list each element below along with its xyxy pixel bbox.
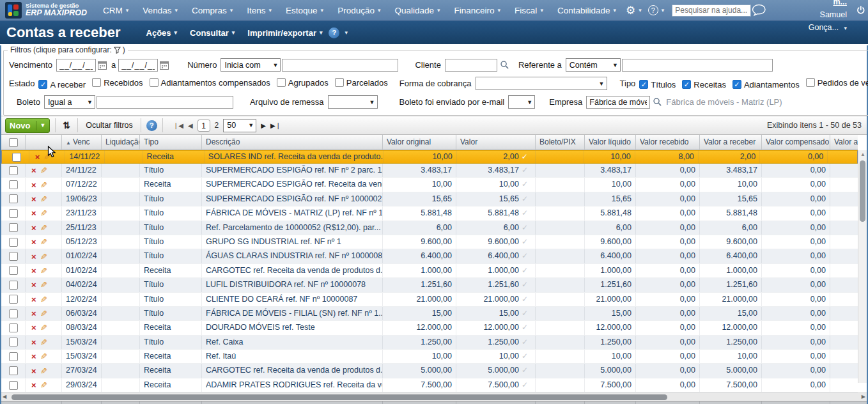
col-header-boleto-pix[interactable]: Boleto/PIX [536, 135, 585, 150]
edit-pencil-icon[interactable]: ✎ [40, 224, 47, 232]
table-row[interactable]: ×✎ 01/02/24 Receita CARGOTEC ref. Receit… [1, 264, 858, 278]
menu-compras[interactable]: Compras▾ [185, 0, 240, 21]
col-header-valor-recebido[interactable]: Valor recebido [636, 135, 700, 150]
checkbox-unchecked[interactable] [92, 78, 101, 87]
delete-icon[interactable]: × [31, 352, 36, 361]
col-header-descricao[interactable]: Descrição [202, 135, 383, 150]
estado-option[interactable]: ✓A receber [38, 80, 86, 89]
row-checkbox[interactable] [9, 166, 18, 175]
col-header-valor-compensado[interactable]: Valor compensado [762, 135, 830, 150]
table-row[interactable]: ×✎ 25/11/23 Título Ref. Parcelamento de … [1, 221, 858, 235]
scroll-left-arrow-icon[interactable]: ◀ [3, 394, 6, 400]
table-row[interactable]: ×✎ 04/02/24 Título LUFIL DISTRIBUIDORA r… [1, 278, 858, 292]
referente-operator-select[interactable]: Contém▼ [566, 58, 621, 72]
edit-pencil-icon[interactable]: ✎ [40, 181, 47, 189]
table-row[interactable]: ×✎ 05/12/23 Título GRUPO SG INDUSTRIAL r… [1, 235, 858, 249]
next-page-button[interactable]: ▶ [261, 122, 266, 129]
forma-cobranca-select[interactable]: ▼ [476, 77, 607, 90]
row-checkbox[interactable] [9, 381, 18, 390]
delete-icon[interactable]: × [31, 252, 36, 261]
current-page-button[interactable]: 1 [198, 120, 210, 132]
table-row[interactable]: ×✎ 07/12/22 Receita SUPERMERCADO ESPIGÃO… [1, 178, 858, 192]
power-icon[interactable] [856, 3, 866, 18]
table-row[interactable]: ×✎ 12/02/24 Título CLIENTE DO CEARÁ ref.… [1, 293, 858, 307]
page-size-select[interactable]: 50▼ [223, 119, 256, 132]
help-icon[interactable]: ? [329, 27, 339, 38]
checkbox-checked[interactable]: ✓ [639, 80, 648, 89]
menu-consultar[interactable]: Consultar▾ [183, 28, 241, 38]
menu-itens[interactable]: Itens▾ [240, 0, 279, 21]
checkbox-unchecked[interactable] [806, 78, 815, 87]
col-header-valor-a-receber[interactable]: Valor a receber [700, 135, 762, 150]
page-2-link[interactable]: 2 [215, 121, 219, 130]
help-icon[interactable]: ? [146, 120, 157, 131]
delete-icon[interactable]: × [35, 153, 40, 161]
cliente-input[interactable] [445, 59, 497, 72]
row-checkbox[interactable] [9, 238, 18, 247]
table-row[interactable]: ×✎ 23/11/23 Título FÁBRICA DE MÓVEIS - M… [1, 206, 858, 221]
menu-financeiro[interactable]: Financeiro▾ [447, 0, 508, 21]
novo-button[interactable]: Novo ▼ [5, 118, 50, 133]
app-logo-icon[interactable] [5, 2, 22, 19]
delete-icon[interactable]: × [31, 238, 36, 246]
horizontal-scrollbar-thumb[interactable] [12, 394, 667, 400]
ocultar-filtros-button[interactable]: Ocultar filtros [83, 121, 136, 130]
checkbox-checked[interactable]: ✓ [682, 80, 691, 89]
delete-icon[interactable]: × [31, 338, 36, 346]
edit-pencil-icon[interactable]: ✎ [40, 209, 47, 217]
tipo-option[interactable]: ✓Títulos [639, 80, 676, 89]
estado-option[interactable]: Recebidos [92, 78, 143, 88]
chevron-down-icon[interactable]: ▾ [639, 7, 642, 13]
chat-bubble-icon[interactable] [751, 1, 767, 20]
edit-pencil-icon[interactable]: ✎ [40, 323, 47, 332]
chevron-down-icon[interactable]: ▾ [345, 29, 348, 36]
menu-contabilidade[interactable]: Contabilidade▾ [550, 0, 623, 21]
referente-input[interactable] [622, 59, 773, 72]
user-menu[interactable]: Samuel Gonça... ▾ [809, 10, 847, 32]
menu-fiscal[interactable]: Fiscal▾ [508, 0, 550, 21]
boleto-operator-select[interactable]: Igual a▼ [44, 95, 95, 109]
edit-pencil-icon[interactable]: ✎ [40, 352, 47, 361]
checkbox-unchecked[interactable] [335, 78, 344, 87]
edit-pencil-icon[interactable]: ✎ [40, 309, 47, 318]
search-icon[interactable] [653, 97, 662, 107]
delete-icon[interactable]: × [31, 195, 36, 203]
menu-produção[interactable]: Produção▾ [330, 0, 387, 21]
table-row[interactable]: ×✎ 08/03/24 Receita DOURADO MÓVEIS ref. … [1, 321, 858, 335]
row-checkbox[interactable] [9, 266, 18, 275]
numero-input[interactable] [282, 59, 398, 72]
table-row[interactable]: ×✎ 29/03/24 Receita ADAMIR PRATES RODRIG… [1, 378, 858, 392]
col-header-valor[interactable]: Valor [456, 135, 536, 150]
menu-imprimir-exportar[interactable]: Imprimir/exportar▾ [241, 28, 329, 38]
table-row[interactable]: ×✎ 06/03/24 Título FÁBRICA DE MÓVEIS - F… [1, 307, 858, 321]
edit-pencil-icon[interactable]: ✎ [40, 367, 47, 375]
delete-icon[interactable]: × [31, 267, 36, 275]
delete-icon[interactable]: × [31, 367, 36, 375]
col-header-valor-liquido[interactable]: Valor líquido [585, 135, 636, 150]
boleto-email-select[interactable]: ▼ [508, 95, 535, 109]
boleto-input[interactable] [97, 96, 233, 109]
filters-legend[interactable]: Filtros (clique para configurar: ) [8, 45, 128, 54]
row-checkbox[interactable] [9, 223, 18, 232]
help-search-input[interactable] [672, 4, 751, 17]
tipo-option[interactable]: ✓Receitas [682, 80, 726, 89]
delete-icon[interactable]: × [31, 381, 36, 389]
estado-option[interactable]: Parcelados [335, 78, 388, 88]
row-checkbox[interactable] [9, 366, 18, 375]
row-checkbox[interactable] [9, 281, 18, 290]
arquivo-remessa-select[interactable]: ▼ [328, 95, 378, 109]
row-checkbox[interactable] [9, 295, 18, 304]
table-row[interactable]: ×✎ 27/03/24 Receita CARGOTEC ref. Receit… [1, 364, 858, 378]
edit-pencil-icon[interactable]: ✎ [40, 238, 47, 246]
tipo-option[interactable]: ✓Adiantamentos [732, 80, 800, 89]
vencimento-to-input[interactable] [118, 59, 158, 72]
numero-operator-select[interactable]: Inicia com▼ [221, 58, 281, 72]
edit-pencil-icon[interactable]: ✎ [40, 295, 47, 304]
edit-pencil-icon[interactable]: ✎ [40, 281, 47, 289]
scroll-up-arrow-icon[interactable]: ▲ [858, 152, 867, 157]
chevron-down-icon[interactable]: ▾ [662, 7, 665, 13]
previous-page-button[interactable]: ◀ [188, 122, 193, 129]
table-row[interactable]: ×✎ 14/11/22 Receita SOLARES IND ref. Rec… [1, 150, 858, 164]
delete-icon[interactable]: × [31, 281, 36, 289]
menu-vendas[interactable]: Vendas▾ [136, 0, 185, 21]
